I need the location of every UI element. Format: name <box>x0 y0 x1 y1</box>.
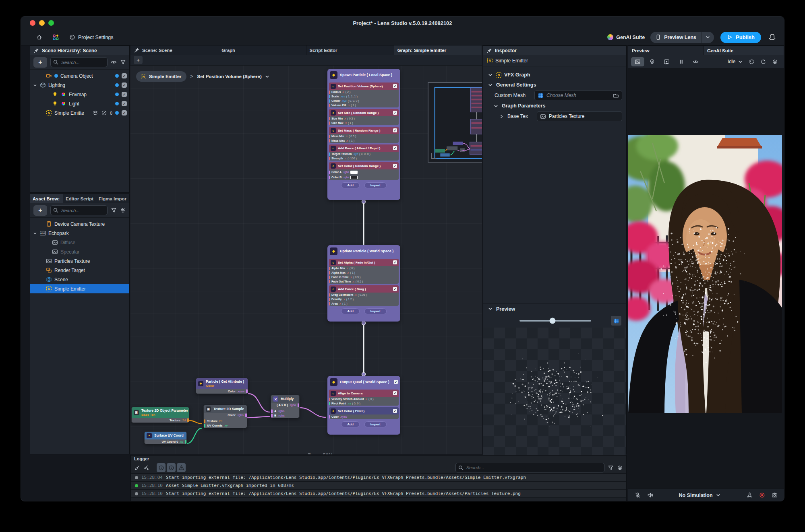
node-row-radius[interactable]: Radius.x( 2 ) <box>329 90 399 94</box>
base-tex-field[interactable]: Particles Texture <box>537 111 622 121</box>
record-icon[interactable] <box>759 492 765 498</box>
add-asset-button[interactable]: + <box>33 205 47 216</box>
vfx-graph-canvas[interactable]: N Simple Emitter > Set Position Volume (… <box>130 66 482 454</box>
node-stack-header[interactable]: ◆Update Particle ( World Space ) <box>329 245 399 257</box>
chevron-down-icon[interactable] <box>33 83 37 88</box>
enabled-checkbox[interactable]: ✓ <box>122 73 127 78</box>
port-row-color[interactable]: Color.rgba <box>204 413 247 417</box>
enabled-checkbox[interactable]: ✓ <box>393 260 397 264</box>
simulation-dropdown[interactable]: No Simulation <box>679 492 721 498</box>
port-x[interactable] <box>329 267 330 270</box>
asset-item-specular[interactable]: Specular <box>30 247 129 256</box>
node-row-scale[interactable]: Scale.xyz( 1, 1, 1 ) <box>329 94 399 99</box>
node-row-volume-fill[interactable]: Volume Fill.x( 1 ) <box>329 103 399 107</box>
module-header[interactable]: cAdd Force ( Attract / Repel )✓ <box>329 144 399 152</box>
node-stack-output[interactable]: ◆Output Quad ( World Space )✓cAlign to C… <box>327 376 400 435</box>
port-xyz[interactable] <box>329 99 330 103</box>
node-tex-sample[interactable]: ▣Texture 2D SampleColor.rgbaTexture2dUV … <box>203 405 247 428</box>
port-x[interactable] <box>329 302 330 305</box>
port-x[interactable] <box>329 271 330 274</box>
general-settings-section[interactable]: General Settings <box>483 80 626 90</box>
node-header[interactable]: ×Multiply <box>271 395 299 403</box>
port-x[interactable] <box>329 293 330 297</box>
sync-icon[interactable] <box>749 59 755 65</box>
port-x[interactable] <box>329 135 330 138</box>
node-row-color[interactable]: Color.xyzw <box>329 414 399 419</box>
settings-gear-icon[interactable] <box>617 465 623 471</box>
speaker-icon[interactable] <box>647 492 653 498</box>
port-row-a[interactable]: A.rgba <box>271 409 299 413</box>
port-rgba[interactable] <box>245 413 247 417</box>
clear-log-icon[interactable] <box>134 465 140 471</box>
settings-gear-icon[interactable] <box>120 207 126 213</box>
port-2d[interactable] <box>187 419 189 422</box>
visibility-toggle[interactable] <box>115 74 119 78</box>
module-header[interactable]: cSet Alpha ( Fade In/Out )✓ <box>329 259 399 266</box>
person-mode-button[interactable] <box>660 57 673 66</box>
grid-toggle-button[interactable] <box>611 316 621 326</box>
settings-gear-icon[interactable] <box>772 59 778 65</box>
graph-minimap[interactable] <box>428 82 482 163</box>
enabled-checkbox[interactable]: ✓ <box>393 84 397 88</box>
node-row-fade-out-time[interactable]: Fade Out Time.x( 0.5 ) <box>329 279 399 284</box>
node-surface-uv[interactable]: +Surface UV CoordUV Coord 0.xy <box>144 431 187 444</box>
node-row-velocity-stretch-amount[interactable]: Velocity Stretch Amount.x( 0 ) <box>329 397 399 401</box>
clear-on-run-icon[interactable] <box>143 465 149 471</box>
webcam-mode-button[interactable] <box>646 57 659 66</box>
log-entry[interactable]: 15:28:10Start importing external file: /… <box>131 490 626 498</box>
hierarchy-item-envmap[interactable]: Envmap✓ <box>30 90 129 99</box>
home-button[interactable] <box>34 33 45 42</box>
enabled-checkbox[interactable]: ✓ <box>122 92 127 97</box>
hierarchy-item-camera-object[interactable]: Camera Object✓ <box>30 71 129 80</box>
port-rgba[interactable] <box>329 171 330 174</box>
breadcrumb-root-button[interactable]: N Simple Emitter <box>136 71 186 82</box>
module-header[interactable]: cSet Mass ( Random Range )✓ <box>329 127 399 134</box>
snapshot-camera-icon[interactable] <box>772 492 778 498</box>
port-x[interactable] <box>329 139 330 142</box>
asset-item-device-camera-texture[interactable]: Device Camera Texture <box>30 219 129 229</box>
node-row-size-min[interactable]: Size Min.x( 0.3 ) <box>329 116 399 121</box>
folder-icon[interactable] <box>613 93 619 99</box>
node-row-fade-in-time[interactable]: Fade In Time.x( 0.5 ) <box>329 275 399 279</box>
color-swatch[interactable] <box>350 176 358 179</box>
tab-genai-suite[interactable]: GenAI Suite <box>704 46 784 55</box>
log-entry[interactable]: 15:28:04Start importing external file: /… <box>131 474 626 482</box>
asset-search-input[interactable] <box>50 205 108 215</box>
asset-item-render-target[interactable]: Render Target <box>30 266 129 275</box>
preview-lens-button[interactable]: Preview Lens <box>650 32 714 43</box>
enabled-checkbox[interactable]: ✓ <box>393 111 397 115</box>
node-stack-header[interactable]: ◆Spawn Particle ( Local Space ) <box>329 69 399 81</box>
tab-asset-brow[interactable]: Asset Brow: <box>30 194 63 203</box>
visibility-toggle[interactable] <box>115 93 119 96</box>
share-icon[interactable] <box>747 492 753 498</box>
asset-item-echopark[interactable]: HDREchopark <box>30 229 129 238</box>
asset-item-simple-emitter[interactable]: NSimple Emitter <box>30 284 129 293</box>
enabled-checkbox[interactable]: ✓ <box>393 287 397 291</box>
import-button[interactable]: Import <box>364 421 387 427</box>
add-button[interactable]: Add <box>341 421 360 427</box>
graph-parameters-section[interactable]: Graph Parameters <box>483 101 626 111</box>
port-x[interactable] <box>329 276 330 279</box>
enabled-checkbox[interactable]: ✓ <box>393 164 397 168</box>
node-tex-param[interactable]: ▣Texture 2D Object ParameterBase TexText… <box>131 407 189 423</box>
port-rgba[interactable] <box>271 409 273 413</box>
enabled-checkbox[interactable]: ✓ <box>393 128 397 132</box>
snapchat-ghost-button[interactable] <box>768 33 776 41</box>
node-stack-spawn[interactable]: ◆Spawn Particle ( Local Space )cSet Posi… <box>327 69 400 200</box>
port-row-color[interactable]: Color.xyzw <box>196 389 248 394</box>
node-header[interactable]: ◆Particle ( Get Attribute )Color <box>196 378 248 389</box>
project-settings-button[interactable]: Project Settings <box>67 33 116 42</box>
preview-lens-dropdown[interactable] <box>701 32 714 43</box>
node-particle-get[interactable]: ◆Particle ( Get Attribute )ColorColor.xy… <box>196 378 248 394</box>
enabled-checkbox[interactable]: ✓ <box>393 391 397 395</box>
hierarchy-search[interactable] <box>50 57 108 67</box>
workspace-layout-button[interactable] <box>50 33 61 42</box>
error-filter-button[interactable] <box>167 463 176 472</box>
genai-suite-button[interactable]: GenAI Suite <box>607 34 645 40</box>
chevron-down-icon[interactable] <box>33 231 37 236</box>
chevron-right-icon[interactable] <box>499 113 505 120</box>
enabled-checkbox[interactable]: ✓ <box>393 146 397 150</box>
hierarchy-item-lighting[interactable]: Lighting✓ <box>30 80 129 90</box>
node-stack-update[interactable]: ◆Update Particle ( World Space )cSet Alp… <box>327 245 400 322</box>
port-row-texture[interactable]: Texture.2d <box>132 418 189 423</box>
